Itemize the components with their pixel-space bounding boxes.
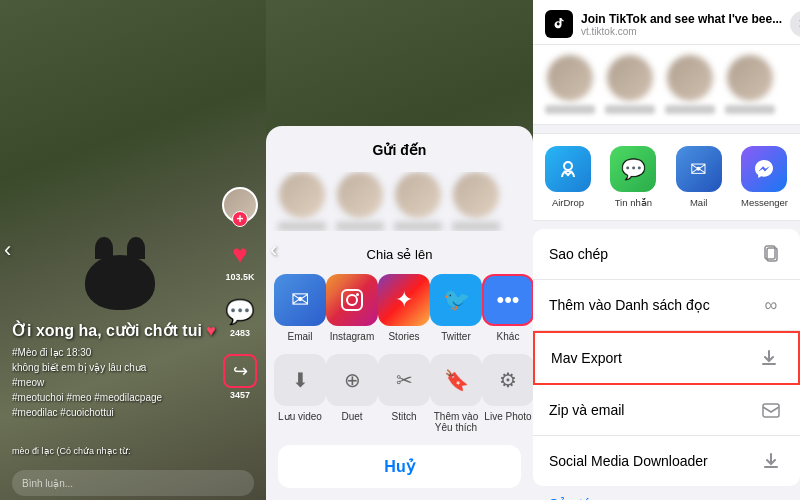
ios-action-list-container: Sao chép Thêm vào Danh sách đọc ∞ Mav Ex… [533,221,800,500]
tiktok-app-icon [545,10,573,38]
share-sheet: Gửi đến Chia sẻ lên ✉ [266,126,533,500]
share-url-title: Join TikTok and see what I've bee... [581,12,782,26]
mail-label: Mail [690,197,707,208]
live-photo-btn[interactable]: ⚙ Live Photo [482,354,533,433]
comment-icon: 💬 [225,298,255,326]
copy-label: Sao chép [549,246,608,262]
airdrop-label: AirDrop [552,197,584,208]
ios-contact-item[interactable] [545,55,595,114]
heart-icon: ♥ [232,239,247,270]
ios-contact-avatar [667,55,713,101]
comments-count: 2483 [230,328,250,338]
twitter-label: Twitter [441,331,470,342]
share-title: Gửi đến [266,142,533,158]
ios-contacts-row [533,45,800,125]
comment-action[interactable]: 💬 2483 [225,298,255,338]
messenger-icon [741,146,787,192]
share-more-app[interactable]: ••• Khác [482,274,533,342]
ios-contact-avatar [547,55,593,101]
favorites-icon: 🔖 [430,354,482,406]
ios-contact-item[interactable] [725,55,775,114]
zip-email-label: Zip và email [549,402,624,418]
ios-contact-name [665,105,715,114]
more-label: Khác [497,331,520,342]
video-panel: Ời xong ha, cười chớt tui ♥ #Mèo đi lạc … [0,0,266,500]
ios-action-list: Sao chép Thêm vào Danh sách đọc ∞ Mav Ex… [533,229,800,486]
instagram-label: Instagram [330,331,374,342]
zip-email-action[interactable]: Zip và email [533,385,800,436]
ios-contact-avatar [607,55,653,101]
back-chevron[interactable]: ‹ [4,237,11,263]
contact-name [336,222,384,231]
ios-contact-name [545,105,595,114]
share-action[interactable]: ↪ 3457 [223,354,257,400]
copy-action[interactable]: Sao chép [533,229,800,280]
close-button[interactable]: ✕ [790,11,800,37]
ios-apps-row: AirDrop 💬 Tin nhắn ✉ Mail Messenger [533,133,800,221]
edit-actions-link[interactable]: Sửa tác vụ... [533,486,800,500]
video-footer-text: mèo đi lạc (Có chứa nhạc từ: [12,446,216,456]
live-photo-icon: ⚙ [482,354,533,406]
messages-icon: 💬 [610,146,656,192]
social-media-downloader-action[interactable]: Social Media Downloader [533,436,800,486]
favorites-btn[interactable]: 🔖 Thêm vào Yêu thích [430,354,482,433]
contact-item[interactable] [452,172,500,231]
share-url-subtitle: vt.tiktok.com [581,26,782,37]
creator-avatar[interactable]: + [222,187,258,223]
stitch-label: Stitch [391,411,416,422]
save-video-label: Lưu video [278,411,322,422]
live-photo-label: Live Photo [484,411,531,422]
back-chevron-2[interactable]: ‹ [270,237,277,263]
contact-item[interactable] [278,172,326,231]
share-apps-row: ✉ Email Instagram ✦ Stories 🐦 Twitter ••… [266,274,533,342]
ios-contact-item[interactable] [665,55,715,114]
airdrop-app[interactable]: AirDrop [545,146,591,208]
video-sidebar: + ♥ 103.5K 💬 2483 ↪ 3457 [222,187,258,400]
reading-list-label: Thêm vào Danh sách đọc [549,297,710,313]
contact-avatar [279,172,325,218]
mav-export-label: Mav Export [551,350,622,366]
contact-item[interactable] [394,172,442,231]
stories-icon: ✦ [378,274,430,326]
contact-item[interactable] [336,172,384,231]
contact-avatar [337,172,383,218]
share-email-app[interactable]: ✉ Email [274,274,326,342]
messenger-app[interactable]: Messenger [741,146,788,208]
ios-share-header: Join TikTok and see what I've bee... vt.… [533,0,800,45]
mail-app[interactable]: ✉ Mail [676,146,722,208]
duet-icon: ⊕ [326,354,378,406]
ios-contact-item[interactable] [605,55,655,114]
contact-name [394,222,442,231]
save-video-icon: ⬇ [274,354,326,406]
follow-plus[interactable]: + [232,211,248,227]
share-icon[interactable]: ↪ [223,354,257,388]
mail-icon: ✉ [676,146,722,192]
share-twitter-app[interactable]: 🐦 Twitter [430,274,482,342]
video-caption: Ời xong ha, cười chớt tui ♥ [12,321,216,340]
reading-list-action[interactable]: Thêm vào Danh sách đọc ∞ [533,280,800,331]
social-media-downloader-icon [758,448,784,474]
edit-actions-label: Sửa tác vụ... [549,496,629,500]
stitch-btn[interactable]: ✂ Stitch [378,354,430,433]
cancel-button[interactable]: Huỷ [278,445,521,488]
share-more-row: ⬇ Lưu video ⊕ Duet ✂ Stitch 🔖 Thêm vào Y… [266,354,533,433]
contact-avatar [453,172,499,218]
messages-app[interactable]: 💬 Tin nhắn [610,146,656,208]
ios-contact-name [605,105,655,114]
copy-icon [758,241,784,267]
svg-rect-7 [763,404,779,417]
mav-export-action[interactable]: Mav Export [533,331,800,385]
share-stories-app[interactable]: ✦ Stories [378,274,430,342]
share-instagram-app[interactable]: Instagram [326,274,378,342]
cat-figure [85,255,155,310]
duet-btn[interactable]: ⊕ Duet [326,354,378,433]
instagram-icon [326,274,378,326]
save-video-btn[interactable]: ⬇ Lưu video [274,354,326,433]
like-action[interactable]: ♥ 103.5K [225,239,254,282]
shares-count: 3457 [230,390,250,400]
comment-input-bar[interactable]: Bình luận... [12,470,254,496]
contact-name [452,222,500,231]
share-contacts-row [266,172,533,231]
svg-point-2 [356,293,359,296]
zip-email-icon [758,397,784,423]
